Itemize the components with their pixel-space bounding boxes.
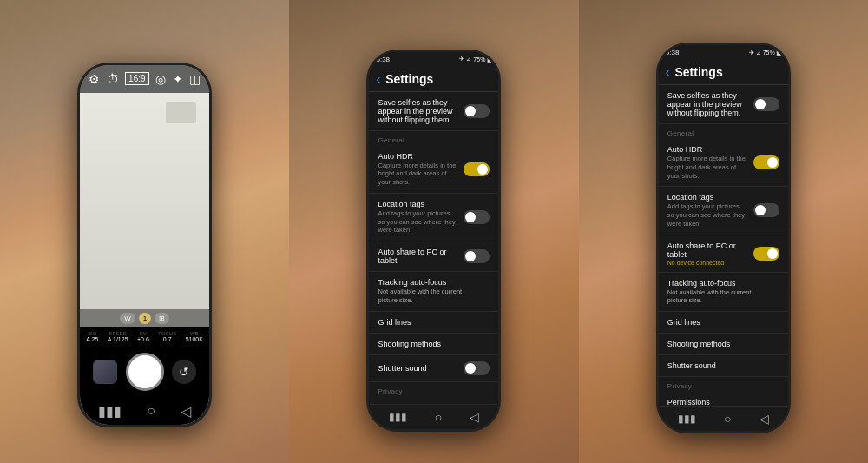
more-icon[interactable]: ◫ [189, 72, 201, 86]
back-button-mid[interactable]: ‹ [376, 72, 380, 86]
settings-title-right: Settings [674, 65, 722, 79]
save-selfies-item-right[interactable]: Save selfies as they appear in the previ… [659, 85, 788, 124]
camera-nav-bar: ▮▮▮ ○ ◁ [80, 398, 209, 425]
settings-nav-bar-right: ▮▮▮ ○ ◁ [659, 406, 788, 431]
home-icon-mid[interactable]: ○ [435, 410, 442, 424]
status-icons-mid: ✈ ⊿ 75% ▓ [459, 56, 491, 63]
zoom-w-button[interactable]: W [120, 313, 135, 324]
privacy-section-label-right: Privacy [659, 377, 788, 392]
back-icon[interactable]: ◁ [181, 403, 191, 420]
auto-hdr-toggle-mid[interactable] [464, 162, 490, 176]
ratio-icon[interactable]: 16:9 [125, 72, 148, 85]
permissions-item-right[interactable]: Permissions [659, 392, 788, 406]
location-tags-item-right[interactable]: Location tags Add tags to your pictures … [659, 187, 788, 235]
auto-hdr-item-right[interactable]: Auto HDR Capture more details in the bri… [659, 139, 788, 187]
settings-nav-bar-mid: ▮▮▮ ○ ◁ [369, 404, 498, 429]
panel-camera: ⚙ ⏱ 16:9 ◎ ✦ ◫ W 1 ⊞ [0, 0, 289, 463]
general-section-label-mid: General [369, 131, 498, 146]
panel-settings-mid: 5:38 ✈ ⊿ 75% ▓ ‹ Settings [289, 0, 578, 463]
settings-screen-right: 5:38 ✈ ⊿ 75% ▓ ‹ Settings [659, 45, 788, 431]
phone-settings-right: 5:38 ✈ ⊿ 75% ▓ ‹ Settings [656, 43, 791, 433]
settings-icon[interactable]: ⚙ [89, 72, 100, 86]
zoom-t-button[interactable]: 1 [139, 313, 151, 324]
auto-share-toggle-mid[interactable] [464, 249, 490, 263]
grid-lines-item-right[interactable]: Grid lines [659, 312, 788, 334]
camera-controls: ↺ [80, 346, 209, 398]
no-device-label: No device connected [667, 260, 746, 266]
settings-screen-mid: 5:38 ✈ ⊿ 75% ▓ ‹ Settings [369, 52, 498, 429]
settings-body-right: Save selfies as they appear in the previ… [659, 85, 788, 406]
shutter-button[interactable] [126, 353, 164, 391]
camera-zoom-bar: W 1 ⊞ [80, 309, 209, 327]
shooting-methods-item-mid[interactable]: Shooting methods [369, 334, 498, 355]
phone-camera: ⚙ ⏱ 16:9 ◎ ✦ ◫ W 1 ⊞ [77, 63, 212, 427]
settings-title-mid: Settings [385, 72, 433, 86]
tracking-af-item-mid[interactable]: Tracking auto-focus Not available with t… [369, 272, 498, 312]
grid-lines-item-mid[interactable]: Grid lines [369, 312, 498, 334]
gallery-thumbnail[interactable] [93, 360, 117, 384]
shooting-methods-item-right[interactable]: Shooting methods [659, 334, 788, 355]
shutter-sound-item-right[interactable]: Shutter sound [659, 355, 788, 377]
flip-camera-button[interactable]: ↺ [172, 360, 196, 384]
settings-body-mid: Save selfies as they appear in the previ… [369, 92, 498, 404]
home-icon-right[interactable]: ○ [724, 412, 731, 426]
camera-viewfinder [80, 93, 209, 309]
status-time-mid: 5:38 [376, 56, 390, 63]
scene-icon[interactable]: ◎ [155, 72, 166, 86]
recent-apps-icon[interactable]: ▮▮▮ [98, 403, 122, 420]
camera-screen: ⚙ ⏱ 16:9 ◎ ✦ ◫ W 1 ⊞ [80, 65, 209, 425]
tracking-af-item-right[interactable]: Tracking auto-focus Not available with t… [659, 273, 788, 313]
auto-share-item-right[interactable]: Auto share to PC or tablet No device con… [659, 235, 788, 273]
phone-settings-mid: 5:38 ✈ ⊿ 75% ▓ ‹ Settings [366, 50, 501, 432]
auto-hdr-toggle-right[interactable] [753, 155, 779, 169]
effects-icon[interactable]: ✦ [173, 72, 183, 86]
back-icon-right[interactable]: ◁ [760, 412, 769, 426]
home-icon[interactable]: ○ [147, 403, 155, 419]
general-section-label-right: General [659, 124, 788, 139]
status-time-right: 5:38 [666, 49, 680, 56]
shutter-sound-item-mid[interactable]: Shutter sound [369, 355, 498, 382]
auto-share-toggle-right[interactable] [753, 247, 779, 261]
settings-header-right: ‹ Settings [659, 60, 788, 85]
ev-info: EV +0.6 [137, 331, 149, 342]
location-tags-toggle-right[interactable] [753, 203, 779, 217]
iso-info: ISO A 25 [86, 331, 98, 342]
recent-apps-icon-right[interactable]: ▮▮▮ [678, 413, 696, 425]
zoom-xt-button[interactable]: ⊞ [155, 313, 169, 324]
wb-info: WB 5100K [186, 331, 203, 342]
save-selfies-toggle-mid[interactable] [464, 104, 490, 118]
shutter-sound-toggle-mid[interactable] [464, 361, 490, 375]
permissions-item-mid[interactable]: Permissions [369, 397, 498, 404]
status-bar-mid: 5:38 ✈ ⊿ 75% ▓ [369, 52, 498, 67]
recent-apps-icon-mid[interactable]: ▮▮▮ [389, 411, 407, 423]
status-icons-right: ✈ ⊿ 75% ▓ [749, 50, 781, 56]
settings-header-mid: ‹ Settings [369, 67, 498, 92]
camera-top-bar: ⚙ ⏱ 16:9 ◎ ✦ ◫ [80, 65, 209, 93]
focus-info: FOCUS 0.7 [158, 331, 176, 342]
back-button-right[interactable]: ‹ [666, 65, 670, 79]
location-tags-item-mid[interactable]: Location tags Add tags to your pictures … [369, 194, 498, 241]
camera-info-bar: ISO A 25 SPEED A 1/125 EV +0.6 FOCUS 0.7 [80, 327, 209, 346]
back-icon-mid[interactable]: ◁ [470, 410, 479, 424]
save-selfies-toggle-right[interactable] [753, 97, 779, 111]
panel-settings-right: 5:38 ✈ ⊿ 75% ▓ ‹ Settings [579, 0, 868, 463]
auto-share-item-mid[interactable]: Auto share to PC or tablet [369, 241, 498, 272]
auto-hdr-item-mid[interactable]: Auto HDR Capture more details in the bri… [369, 146, 498, 194]
timer-icon[interactable]: ⏱ [107, 72, 119, 86]
location-tags-toggle-mid[interactable] [464, 210, 490, 224]
privacy-section-label-mid: Privacy [369, 382, 498, 397]
speed-info: SPEED A 1/125 [108, 331, 128, 342]
save-selfies-item-mid[interactable]: Save selfies as they appear in the previ… [369, 92, 498, 131]
status-bar-right: 5:38 ✈ ⊿ 75% ▓ [659, 45, 788, 60]
